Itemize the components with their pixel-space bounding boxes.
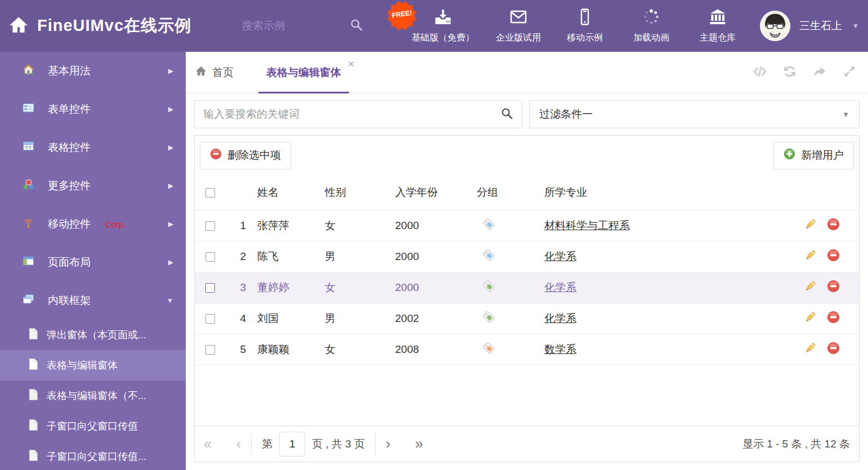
nav-item-theme-repo[interactable]: 主题仓库 bbox=[684, 8, 751, 44]
cell-year: 2000 bbox=[391, 220, 472, 232]
table-row[interactable]: 4 刘国 男 2002 化学系 bbox=[195, 303, 859, 334]
edit-icon[interactable] bbox=[804, 342, 817, 357]
search-icon[interactable] bbox=[500, 107, 513, 122]
avatar[interactable] bbox=[760, 11, 790, 41]
cell-year: 2000 bbox=[391, 281, 472, 294]
first-page-icon[interactable]: « bbox=[204, 437, 212, 451]
username[interactable]: 三生石上 bbox=[799, 19, 842, 33]
sidebar-subitem-child-to-parent-2[interactable]: 子窗口向父窗口传值... bbox=[0, 441, 186, 470]
add-user-button[interactable]: 新增用户 bbox=[773, 142, 854, 169]
major-link[interactable]: 化学系 bbox=[544, 281, 576, 293]
main-area: 首页 表格与编辑窗体 ✕ bbox=[186, 52, 868, 470]
keyword-search-input[interactable] bbox=[203, 108, 500, 120]
house-icon bbox=[23, 64, 34, 78]
sidebar-subitem-label: 弹出窗体（本页面或... bbox=[47, 328, 146, 342]
row-checkbox[interactable] bbox=[205, 283, 215, 293]
sidebar-subitem-child-to-parent[interactable]: 子窗口向父窗口传值 bbox=[0, 411, 186, 441]
tab-active-label: 表格与编辑窗体 bbox=[266, 65, 341, 80]
app-title: FineUIMvc在线示例 bbox=[37, 15, 191, 37]
sidebar-item-grid-controls[interactable]: 表格控件 ▶ bbox=[0, 128, 186, 167]
table-row-selected[interactable]: 3 董婷婷 女 2000 化学系 bbox=[195, 272, 859, 303]
sidebar-subitem-popup-window[interactable]: 弹出窗体（本页面或... bbox=[0, 320, 186, 350]
keyword-search-box[interactable] bbox=[194, 100, 522, 128]
next-page-icon[interactable]: › bbox=[386, 437, 390, 451]
edit-icon[interactable] bbox=[804, 249, 817, 265]
record-summary: 显示 1 - 5 条 , 共 12 条 bbox=[742, 437, 850, 451]
page-number-input[interactable] bbox=[279, 432, 305, 456]
minus-circle-icon bbox=[210, 148, 222, 163]
cell-name: 刘国 bbox=[253, 311, 320, 326]
last-page-icon[interactable]: » bbox=[415, 437, 423, 451]
tag-icon bbox=[482, 218, 495, 231]
expand-icon[interactable] bbox=[842, 64, 857, 81]
prev-page-icon[interactable]: ‹ bbox=[236, 437, 241, 451]
sidebar-item-page-layout[interactable]: 页面布局 ▶ bbox=[0, 243, 186, 281]
major-link[interactable]: 材料科学与工程系 bbox=[544, 220, 630, 231]
home-icon bbox=[9, 15, 28, 37]
sidebar-item-label: 页面布局 bbox=[48, 255, 91, 270]
file-icon bbox=[27, 358, 39, 373]
form-icon bbox=[23, 102, 34, 117]
delete-icon[interactable] bbox=[827, 218, 840, 234]
sidebar-item-inline-frame[interactable]: 内联框架 ▼ bbox=[0, 281, 186, 320]
select-all-checkbox[interactable] bbox=[205, 188, 215, 198]
filter-dropdown[interactable]: 过滤条件一 ▼ bbox=[529, 100, 860, 128]
edit-icon[interactable] bbox=[804, 218, 817, 234]
major-link[interactable]: 化学系 bbox=[544, 250, 576, 262]
sidebar-subitem-grid-edit-window[interactable]: 表格与编辑窗体 bbox=[0, 350, 186, 381]
file-icon bbox=[27, 388, 39, 404]
nav-item-enterprise-trial[interactable]: 企业版试用 bbox=[485, 8, 552, 44]
corp-badge: Corp. bbox=[105, 220, 126, 229]
edit-icon[interactable] bbox=[804, 280, 817, 296]
content: 过滤条件一 ▼ 删除选中项 新增用户 bbox=[186, 93, 868, 462]
major-link[interactable]: 化学系 bbox=[544, 312, 576, 324]
tab-home[interactable]: 首页 bbox=[195, 65, 234, 80]
sidebar-item-form-controls[interactable]: 表单控件 ▶ bbox=[0, 90, 186, 128]
row-checkbox[interactable] bbox=[205, 252, 215, 262]
header-search-input[interactable] bbox=[242, 20, 332, 32]
caret-down-icon[interactable]: ▼ bbox=[852, 22, 859, 30]
row-checkbox[interactable] bbox=[205, 314, 215, 324]
row-number: 1 bbox=[226, 220, 253, 232]
nav-item-loading-animation[interactable]: 加载动画 bbox=[618, 8, 684, 44]
plus-circle-icon bbox=[784, 148, 795, 163]
table-header-row: 姓名 性别 入学年份 分组 所学专业 bbox=[195, 175, 859, 211]
table-row[interactable]: 5 康颖颖 女 2008 数学系 bbox=[195, 334, 859, 365]
cell-gender: 女 bbox=[320, 342, 391, 357]
cell-name: 张萍萍 bbox=[253, 218, 320, 233]
logo[interactable]: FineUIMvc在线示例 bbox=[9, 0, 191, 52]
table-row[interactable]: 1 张萍萍 女 2000 材料科学与工程系 bbox=[195, 211, 859, 241]
tab-grid-edit-window[interactable]: 表格与编辑窗体 ✕ bbox=[266, 52, 341, 93]
refresh-icon[interactable] bbox=[782, 64, 797, 81]
edit-icon[interactable] bbox=[804, 311, 817, 326]
row-checkbox[interactable] bbox=[205, 221, 215, 231]
major-link[interactable]: 数学系 bbox=[544, 343, 576, 355]
frames-icon bbox=[23, 293, 34, 308]
pager-divider bbox=[251, 433, 252, 455]
sidebar-subitem-label: 表格与编辑窗体 bbox=[47, 359, 118, 372]
delete-icon[interactable] bbox=[827, 342, 840, 357]
tag-icon bbox=[482, 249, 495, 262]
delete-icon[interactable] bbox=[827, 280, 840, 296]
user-menu[interactable]: 三生石上 ▼ bbox=[760, 0, 859, 52]
delete-icon[interactable] bbox=[827, 311, 840, 326]
page-prefix: 第 bbox=[262, 437, 272, 451]
header-search[interactable] bbox=[242, 0, 363, 52]
delete-icon[interactable] bbox=[827, 249, 840, 265]
close-icon[interactable]: ✕ bbox=[347, 59, 355, 69]
table-row[interactable]: 2 陈飞 男 2000 化学系 bbox=[195, 241, 859, 272]
delete-selected-button[interactable]: 删除选中项 bbox=[200, 142, 291, 169]
sidebar-item-basic-usage[interactable]: 基本用法 ▶ bbox=[0, 52, 186, 90]
grid-toolbar: 删除选中项 新增用户 bbox=[195, 136, 859, 175]
row-checkbox[interactable] bbox=[205, 345, 215, 355]
sidebar-item-mobile-controls[interactable]: 移动控件 Corp. ▶ bbox=[0, 205, 186, 243]
sidebar-subitem-grid-edit-window-2[interactable]: 表格与编辑窗体（不... bbox=[0, 381, 186, 411]
share-icon[interactable] bbox=[812, 64, 827, 81]
caret-down-icon: ▼ bbox=[167, 297, 173, 305]
nav-item-mobile-demo[interactable]: 移动示例 bbox=[552, 8, 618, 44]
cell-gender: 女 bbox=[320, 280, 391, 295]
source-code-icon[interactable] bbox=[753, 64, 767, 81]
col-group: 分组 bbox=[472, 185, 540, 200]
search-icon[interactable] bbox=[350, 18, 363, 34]
sidebar-item-more-controls[interactable]: 更多控件 ▶ bbox=[0, 167, 186, 205]
